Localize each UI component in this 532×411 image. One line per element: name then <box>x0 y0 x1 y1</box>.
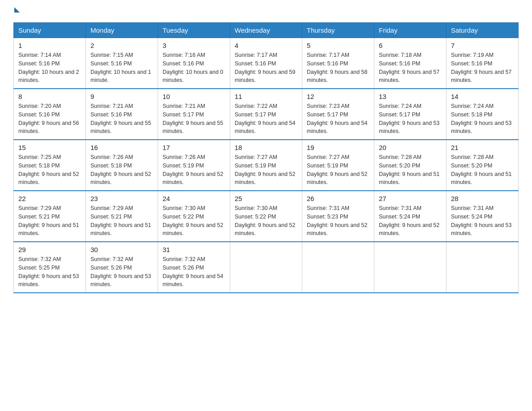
calendar-cell: 14 Sunrise: 7:24 AMSunset: 5:18 PMDaylig… <box>446 89 519 140</box>
day-info: Sunrise: 7:22 AMSunset: 5:17 PMDaylight:… <box>235 102 297 136</box>
calendar-cell: 2 Sunrise: 7:15 AMSunset: 5:16 PMDayligh… <box>86 38 158 89</box>
day-number: 11 <box>235 93 297 100</box>
day-info: Sunrise: 7:32 AMSunset: 5:26 PMDaylight:… <box>163 255 225 289</box>
day-info: Sunrise: 7:14 AMSunset: 5:16 PMDaylight:… <box>18 51 81 85</box>
day-number: 28 <box>451 195 514 202</box>
calendar-cell: 23 Sunrise: 7:29 AMSunset: 5:21 PMDaylig… <box>86 191 158 242</box>
day-number: 3 <box>163 42 225 49</box>
day-info: Sunrise: 7:28 AMSunset: 5:20 PMDaylight:… <box>451 153 514 187</box>
calendar-header: SundayMondayTuesdayWednesdayThursdayFrid… <box>14 23 519 38</box>
calendar-cell: 10 Sunrise: 7:21 AMSunset: 5:17 PMDaylig… <box>158 89 230 140</box>
calendar-cell: 19 Sunrise: 7:27 AMSunset: 5:19 PMDaylig… <box>302 140 374 191</box>
day-info: Sunrise: 7:31 AMSunset: 5:24 PMDaylight:… <box>451 204 514 238</box>
col-header-friday: Friday <box>374 23 446 38</box>
day-number: 1 <box>18 42 81 49</box>
calendar-cell <box>230 242 302 293</box>
day-info: Sunrise: 7:31 AMSunset: 5:23 PMDaylight:… <box>307 204 369 238</box>
day-info: Sunrise: 7:30 AMSunset: 5:22 PMDaylight:… <box>235 204 297 238</box>
day-number: 10 <box>163 93 225 100</box>
calendar-cell <box>446 242 519 293</box>
day-number: 8 <box>18 93 81 100</box>
calendar-week-1: 1 Sunrise: 7:14 AMSunset: 5:16 PMDayligh… <box>14 38 519 89</box>
calendar-cell: 6 Sunrise: 7:18 AMSunset: 5:16 PMDayligh… <box>374 38 446 89</box>
calendar-cell <box>302 242 374 293</box>
day-number: 7 <box>451 42 514 49</box>
calendar-table: SundayMondayTuesdayWednesdayThursdayFrid… <box>13 22 519 293</box>
calendar-cell: 24 Sunrise: 7:30 AMSunset: 5:22 PMDaylig… <box>158 191 230 242</box>
col-header-sunday: Sunday <box>14 23 86 38</box>
calendar-cell: 4 Sunrise: 7:17 AMSunset: 5:16 PMDayligh… <box>230 38 302 89</box>
day-number: 23 <box>90 195 153 202</box>
day-info: Sunrise: 7:19 AMSunset: 5:16 PMDaylight:… <box>451 51 514 85</box>
calendar-week-3: 15 Sunrise: 7:25 AMSunset: 5:18 PMDaylig… <box>14 140 519 191</box>
day-number: 2 <box>90 42 153 49</box>
calendar-cell: 25 Sunrise: 7:30 AMSunset: 5:22 PMDaylig… <box>230 191 302 242</box>
calendar-cell: 17 Sunrise: 7:26 AMSunset: 5:19 PMDaylig… <box>158 140 230 191</box>
day-info: Sunrise: 7:15 AMSunset: 5:16 PMDaylight:… <box>90 51 153 85</box>
col-header-monday: Monday <box>86 23 158 38</box>
day-info: Sunrise: 7:29 AMSunset: 5:21 PMDaylight:… <box>90 204 153 238</box>
day-info: Sunrise: 7:30 AMSunset: 5:22 PMDaylight:… <box>163 204 225 238</box>
day-info: Sunrise: 7:17 AMSunset: 5:16 PMDaylight:… <box>307 51 369 85</box>
day-info: Sunrise: 7:21 AMSunset: 5:16 PMDaylight:… <box>90 102 153 136</box>
calendar-week-2: 8 Sunrise: 7:20 AMSunset: 5:16 PMDayligh… <box>14 89 519 140</box>
col-header-tuesday: Tuesday <box>158 23 230 38</box>
logo-triangle-icon <box>14 7 20 13</box>
calendar-cell: 8 Sunrise: 7:20 AMSunset: 5:16 PMDayligh… <box>14 89 86 140</box>
calendar-cell: 9 Sunrise: 7:21 AMSunset: 5:16 PMDayligh… <box>86 89 158 140</box>
day-info: Sunrise: 7:23 AMSunset: 5:17 PMDaylight:… <box>307 102 369 136</box>
day-number: 16 <box>90 144 153 151</box>
day-info: Sunrise: 7:26 AMSunset: 5:19 PMDaylight:… <box>163 153 225 187</box>
day-number: 20 <box>379 144 442 151</box>
day-number: 12 <box>307 93 369 100</box>
col-header-saturday: Saturday <box>446 23 519 38</box>
day-number: 14 <box>451 93 514 100</box>
calendar-cell: 30 Sunrise: 7:32 AMSunset: 5:26 PMDaylig… <box>86 242 158 293</box>
calendar-cell: 31 Sunrise: 7:32 AMSunset: 5:26 PMDaylig… <box>158 242 230 293</box>
day-number: 30 <box>90 246 153 253</box>
day-number: 18 <box>235 144 297 151</box>
day-number: 19 <box>307 144 369 151</box>
calendar-cell: 5 Sunrise: 7:17 AMSunset: 5:16 PMDayligh… <box>302 38 374 89</box>
day-info: Sunrise: 7:32 AMSunset: 5:26 PMDaylight:… <box>90 255 153 289</box>
calendar-cell: 15 Sunrise: 7:25 AMSunset: 5:18 PMDaylig… <box>14 140 86 191</box>
calendar-cell: 20 Sunrise: 7:28 AMSunset: 5:20 PMDaylig… <box>374 140 446 191</box>
day-info: Sunrise: 7:27 AMSunset: 5:19 PMDaylight:… <box>235 153 297 187</box>
day-number: 21 <box>451 144 514 151</box>
day-info: Sunrise: 7:16 AMSunset: 5:16 PMDaylight:… <box>163 51 225 85</box>
day-info: Sunrise: 7:24 AMSunset: 5:18 PMDaylight:… <box>451 102 514 136</box>
calendar-body: 1 Sunrise: 7:14 AMSunset: 5:16 PMDayligh… <box>14 38 519 293</box>
calendar-cell: 26 Sunrise: 7:31 AMSunset: 5:23 PMDaylig… <box>302 191 374 242</box>
calendar-cell <box>374 242 446 293</box>
calendar-cell: 22 Sunrise: 7:29 AMSunset: 5:21 PMDaylig… <box>14 191 86 242</box>
day-info: Sunrise: 7:18 AMSunset: 5:16 PMDaylight:… <box>379 51 442 85</box>
calendar-cell: 13 Sunrise: 7:24 AMSunset: 5:17 PMDaylig… <box>374 89 446 140</box>
day-number: 31 <box>163 246 225 253</box>
calendar-cell: 11 Sunrise: 7:22 AMSunset: 5:17 PMDaylig… <box>230 89 302 140</box>
day-info: Sunrise: 7:28 AMSunset: 5:20 PMDaylight:… <box>379 153 442 187</box>
calendar-cell: 7 Sunrise: 7:19 AMSunset: 5:16 PMDayligh… <box>446 38 519 89</box>
day-number: 25 <box>235 195 297 202</box>
calendar-cell: 27 Sunrise: 7:31 AMSunset: 5:24 PMDaylig… <box>374 191 446 242</box>
calendar-cell: 16 Sunrise: 7:26 AMSunset: 5:18 PMDaylig… <box>86 140 158 191</box>
day-info: Sunrise: 7:26 AMSunset: 5:18 PMDaylight:… <box>90 153 153 187</box>
day-info: Sunrise: 7:31 AMSunset: 5:24 PMDaylight:… <box>379 204 442 238</box>
day-info: Sunrise: 7:24 AMSunset: 5:17 PMDaylight:… <box>379 102 442 136</box>
day-number: 9 <box>90 93 153 100</box>
day-number: 5 <box>307 42 369 49</box>
calendar-week-5: 29 Sunrise: 7:32 AMSunset: 5:25 PMDaylig… <box>14 242 519 293</box>
calendar-cell: 12 Sunrise: 7:23 AMSunset: 5:17 PMDaylig… <box>302 89 374 140</box>
day-number: 15 <box>18 144 81 151</box>
day-number: 27 <box>379 195 442 202</box>
day-number: 26 <box>307 195 369 202</box>
calendar-cell: 1 Sunrise: 7:14 AMSunset: 5:16 PMDayligh… <box>14 38 86 89</box>
calendar-cell: 29 Sunrise: 7:32 AMSunset: 5:25 PMDaylig… <box>14 242 86 293</box>
page-header <box>13 9 519 14</box>
col-header-wednesday: Wednesday <box>230 23 302 38</box>
day-number: 22 <box>18 195 81 202</box>
calendar-cell: 18 Sunrise: 7:27 AMSunset: 5:19 PMDaylig… <box>230 140 302 191</box>
day-info: Sunrise: 7:20 AMSunset: 5:16 PMDaylight:… <box>18 102 81 136</box>
day-number: 24 <box>163 195 225 202</box>
day-number: 13 <box>379 93 442 100</box>
day-number: 6 <box>379 42 442 49</box>
